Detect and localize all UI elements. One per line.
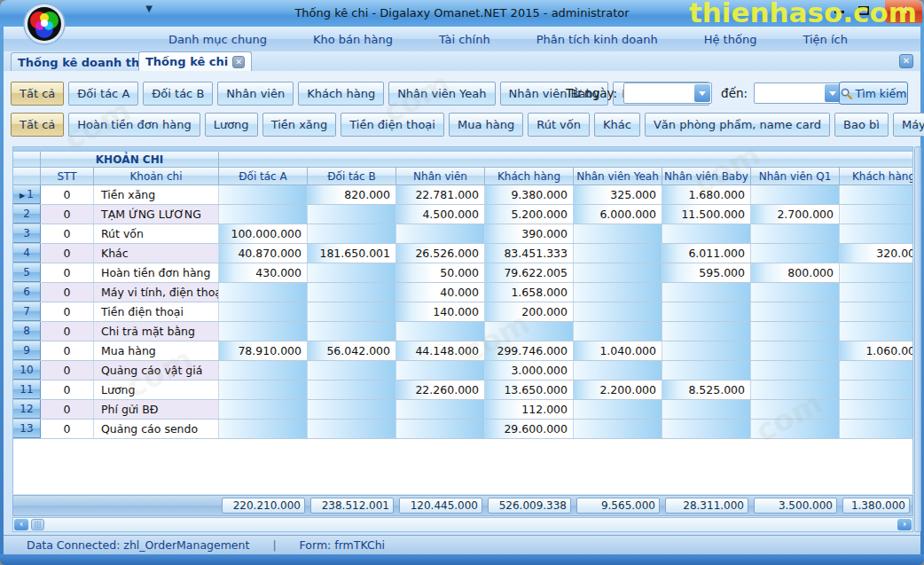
filter-button-group[interactable]: Đối tác A [68, 82, 138, 106]
menu-item[interactable]: Phân tích kinh doanh [536, 33, 658, 46]
filter-button-category[interactable]: Tiền xăng [262, 113, 337, 137]
cell-amount[interactable]: 430.000 [219, 263, 308, 282]
filter-button-category[interactable]: Mua hàng [449, 113, 523, 137]
cell-amount[interactable]: 100.000.000 [219, 224, 308, 243]
cell-stt[interactable]: 0 [41, 283, 94, 302]
cell-amount[interactable] [219, 302, 308, 321]
cell-amount[interactable] [662, 302, 751, 321]
cell-amount[interactable]: 56.042.000 [308, 341, 396, 360]
filter-button-group[interactable]: Tất cả [11, 82, 64, 106]
cell-amount[interactable]: 9.380.000 [485, 185, 574, 204]
table-row[interactable]: 120Phí gửi BĐ112.000 [13, 400, 913, 420]
cell-stt[interactable]: 0 [41, 341, 94, 360]
cell-amount[interactable]: 13.650.000 [485, 381, 574, 399]
cell-amount[interactable] [840, 302, 913, 321]
cell-amount[interactable] [840, 185, 913, 204]
cell-amount[interactable]: 1.680.000 [662, 185, 751, 204]
filter-button-category[interactable]: Văn phòng phẩm, name card [645, 113, 830, 137]
filter-button-category[interactable]: Rút vốn [528, 113, 590, 137]
cell-amount[interactable]: 50.000 [396, 263, 485, 282]
cell-amount[interactable]: 1.040.000 [574, 341, 662, 360]
cell-khoan-chi[interactable]: Phí gửi BĐ [94, 400, 219, 419]
cell-stt[interactable]: 0 [41, 263, 94, 282]
cell-khoan-chi[interactable]: Quảng cáo vật giá [94, 361, 219, 380]
table-row[interactable]: 80Chi trả mặt bằng [13, 322, 913, 341]
cell-amount[interactable] [396, 400, 485, 419]
scroll-right-icon[interactable]: › [897, 519, 912, 530]
cell-khoan-chi[interactable]: Tiền xăng [94, 185, 219, 204]
cell-khoan-chi[interactable]: TẠM ỨNG LƯƠNG [94, 205, 219, 224]
cell-amount[interactable] [840, 420, 913, 438]
cell-amount[interactable] [308, 361, 396, 380]
cell-amount[interactable] [751, 283, 840, 302]
cell-amount[interactable]: 800.000 [751, 263, 840, 282]
cell-amount[interactable]: 2.200.000 [574, 381, 662, 399]
cell-amount[interactable] [574, 224, 662, 243]
cell-amount[interactable]: 22.781.000 [396, 185, 485, 204]
cell-amount[interactable] [751, 302, 840, 321]
cell-amount[interactable] [840, 224, 913, 243]
cell-amount[interactable] [840, 381, 913, 399]
cell-amount[interactable] [219, 205, 308, 224]
cell-amount[interactable] [396, 361, 485, 380]
cell-amount[interactable] [574, 263, 662, 282]
scrollbar-thumb[interactable]: ||| [31, 519, 44, 530]
row-indicator[interactable]: 10 [13, 361, 41, 380]
cell-amount[interactable] [308, 302, 396, 321]
cell-khoan-chi[interactable]: Khác [94, 244, 219, 263]
cell-amount[interactable] [219, 420, 308, 438]
group-header-label[interactable]: KHOẢN CHI [41, 152, 219, 168]
column-header[interactable]: Khoản chi [94, 168, 219, 185]
cell-amount[interactable] [662, 224, 751, 243]
row-indicator[interactable]: 7 [13, 302, 41, 321]
row-indicator[interactable]: 2 [13, 205, 41, 224]
filter-button-category[interactable]: Máy vi tính, điện thoại shop [893, 113, 924, 137]
column-header[interactable]: Nhân viên Baby [662, 168, 751, 185]
horizontal-scrollbar[interactable]: ‹ ||| › [12, 517, 913, 532]
table-row[interactable]: 100Quảng cáo vật giá3.000.000 [13, 361, 913, 381]
row-indicator[interactable]: 4 [13, 244, 41, 263]
cell-amount[interactable] [751, 341, 840, 360]
filter-button-category[interactable]: Tất cả [11, 113, 64, 137]
cell-stt[interactable]: 0 [41, 361, 94, 380]
cell-amount[interactable]: 140.000 [396, 302, 485, 321]
cell-amount[interactable] [574, 400, 662, 419]
cell-stt[interactable]: 0 [41, 381, 94, 399]
column-header[interactable]: Đối tác A [219, 168, 308, 185]
cell-amount[interactable] [308, 283, 396, 302]
chevron-down-icon[interactable]: ▼ [142, 4, 156, 16]
menu-item[interactable]: Kho bán hàng [313, 33, 393, 46]
cell-amount[interactable]: 83.451.333 [485, 244, 574, 263]
cell-amount[interactable]: 6.011.000 [662, 244, 751, 263]
cell-amount[interactable] [308, 263, 396, 282]
table-row[interactable]: 110Lương22.260.00013.650.0002.200.0008.5… [13, 381, 913, 400]
cell-amount[interactable]: 595.000 [662, 263, 751, 282]
cell-amount[interactable] [485, 322, 574, 341]
cell-amount[interactable] [574, 420, 662, 438]
cell-amount[interactable] [662, 322, 751, 341]
filter-button-category[interactable]: Khác [594, 113, 640, 137]
cell-stt[interactable]: 0 [41, 302, 94, 321]
cell-khoan-chi[interactable]: Tiền điện thoại [94, 302, 219, 321]
filter-button-group[interactable]: Nhân viên [217, 82, 294, 106]
menu-item[interactable]: Tiện ích [803, 33, 848, 46]
cell-amount[interactable] [751, 381, 840, 399]
cell-amount[interactable]: 29.600.000 [485, 420, 574, 438]
cell-amount[interactable] [840, 400, 913, 419]
cell-amount[interactable]: 22.260.000 [396, 381, 485, 399]
cell-amount[interactable] [308, 322, 396, 341]
cell-amount[interactable] [308, 205, 396, 224]
vertical-scrollbar[interactable] [914, 146, 921, 532]
cell-amount[interactable] [662, 341, 751, 360]
cell-khoan-chi[interactable]: Hoàn tiền đơn hàng [94, 263, 219, 282]
cell-stt[interactable]: 0 [41, 322, 94, 341]
column-header[interactable]: Nhân viên Yeah [574, 168, 662, 185]
cell-amount[interactable] [840, 322, 913, 341]
cell-khoan-chi[interactable]: Lương [94, 381, 219, 399]
cell-stt[interactable]: 0 [41, 420, 94, 438]
row-indicator[interactable]: 13 [13, 420, 41, 438]
cell-amount[interactable] [219, 381, 308, 399]
date-to-picker[interactable] [754, 82, 842, 104]
column-header[interactable]: Khách hàng [840, 168, 913, 185]
cell-stt[interactable]: 0 [41, 205, 94, 224]
